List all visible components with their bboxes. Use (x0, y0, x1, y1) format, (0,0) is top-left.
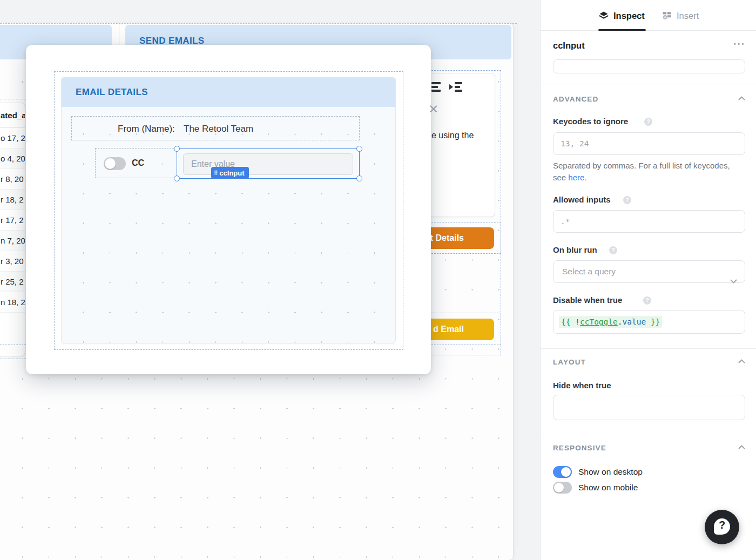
on-blur-query-select[interactable]: Select a query (553, 260, 745, 283)
collapse-advanced-icon[interactable] (738, 96, 745, 100)
cc-label: CC (132, 158, 144, 168)
more-options-icon[interactable]: ⋯ (733, 37, 745, 51)
question-mark: ? (714, 519, 730, 531)
indent-icon[interactable] (449, 81, 462, 93)
hide-when-true-input[interactable] (553, 395, 745, 420)
from-name-value[interactable]: The Retool Team (184, 124, 253, 134)
show-on-desktop-row: Show on desktop (553, 466, 643, 478)
email-details-header-band: EMAIL DETAILS (62, 77, 395, 107)
email-details-panel: EMAIL DETAILS From (Name): The Retool Te… (61, 77, 396, 343)
table-cell: r 3, 20 (1, 251, 24, 272)
table-row[interactable]: r 8, 20 (0, 169, 25, 190)
cc-toggle[interactable] (104, 157, 126, 170)
layers-icon (598, 10, 609, 21)
disable-when-true-label: Disable when true (553, 295, 622, 305)
inspector-panel: Inspect Insert ccInput ⋯ ADVANCED (540, 0, 756, 560)
tab-insert[interactable]: Insert (662, 10, 699, 21)
component-tag-label: ccInput (219, 169, 244, 177)
tab-inspect-label: Inspect (613, 11, 645, 21)
data-table[interactable]: ated_a o 17, 2 o 4, 20 r 8, 20 r 18, 2 r… (0, 103, 25, 356)
table-cell: r 18, 2 (1, 190, 24, 210)
section-advanced: ADVANCED (553, 95, 598, 103)
on-blur-help-icon[interactable]: ? (609, 246, 617, 254)
drag-handle-icon[interactable]: ⠿ (214, 170, 217, 176)
page-dashed-border-top (0, 23, 517, 24)
table-row[interactable]: n 7, 20 (0, 231, 25, 251)
table-row[interactable]: r 3, 20 (0, 251, 25, 272)
section-layout: LAYOUT (553, 358, 586, 366)
code-expression: {{ !ccToggle.value }} (559, 316, 662, 328)
show-on-desktop-label: Show on desktop (578, 467, 643, 477)
table-cell: o 17, 2 (1, 128, 25, 149)
allowed-inputs-input[interactable] (553, 210, 745, 233)
resize-handle-sw[interactable] (174, 176, 180, 181)
richtext-content-fragment: e using the (431, 131, 474, 140)
table-cell: r 8, 20 (1, 169, 24, 190)
component-name-heading: ccInput (553, 41, 585, 51)
select-placeholder: Select a query (562, 267, 616, 276)
from-name-row[interactable]: From (Name): The Retool Team (71, 116, 360, 140)
section-responsive: RESPONSIVE (553, 444, 606, 452)
helper-text-period: . (584, 173, 586, 182)
insert-component-icon (662, 10, 672, 21)
table-cell: n 7, 20 (1, 231, 25, 251)
help-bubble-icon: ? (714, 518, 730, 535)
table-cell: n 18, 2 (1, 292, 25, 313)
tab-insert-label: Insert (677, 11, 699, 21)
show-on-mobile-label: Show on mobile (578, 483, 638, 492)
table-header-created-at: ated_a (1, 103, 25, 128)
cc-toggle-container: CC (95, 148, 177, 178)
close-icon[interactable]: ✕ (428, 103, 438, 116)
section-divider (541, 348, 756, 349)
show-on-mobile-toggle[interactable] (553, 482, 572, 494)
show-on-mobile-row: Show on mobile (553, 482, 638, 494)
table-row[interactable]: o 4, 20 (0, 149, 25, 169)
help-button[interactable]: ? (705, 510, 739, 544)
keycodes-label: Keycodes to ignore (553, 117, 628, 126)
disable-when-true-code-input[interactable]: {{ !ccToggle.value }} (553, 310, 745, 334)
table-cell: r 25, 2 (1, 272, 24, 292)
active-tab-underline (598, 29, 646, 31)
keycodes-helper-text: Separated by commas. For a full list of … (553, 160, 731, 184)
keycodes-help-icon[interactable]: ? (644, 118, 652, 126)
show-on-desktop-toggle[interactable] (553, 466, 572, 478)
collapse-layout-icon[interactable] (738, 359, 745, 363)
collapse-responsive-icon[interactable] (738, 445, 745, 449)
tab-inspect[interactable]: Inspect (598, 10, 645, 21)
email-details-modal: ✕ EMAIL DETAILS From (Name): The Retool … (26, 45, 431, 374)
table-row[interactable]: r 18, 2 (0, 190, 25, 210)
table-row[interactable]: n 18, 2 (0, 292, 25, 313)
scrolled-partial-input[interactable] (553, 59, 745, 73)
table-row[interactable]: r 17, 2 (0, 210, 25, 231)
section-divider (541, 84, 756, 84)
allowed-inputs-label: Allowed inputs (553, 195, 611, 204)
resize-handle-nw[interactable] (174, 146, 180, 152)
table-header-row: ated_a (0, 103, 25, 128)
allowed-inputs-help-icon[interactable]: ? (623, 196, 631, 204)
keycodes-input[interactable] (553, 132, 745, 155)
table-selection-dashed-top (0, 99, 26, 99)
ccinput-selection-box[interactable] (177, 149, 360, 179)
chevron-down-icon (730, 270, 737, 292)
app-canvas: SEND EMAILS ated_a o 17, 2 o 4, 20 r 8, … (0, 0, 540, 560)
page-dashed-border-right (517, 23, 517, 548)
table-cell: o 4, 20 (1, 149, 25, 169)
hide-when-true-label: Hide when true (553, 381, 611, 390)
keycodes-docs-link[interactable]: here (568, 173, 584, 182)
left-container-dashed-bottom (0, 359, 26, 359)
retool-editor: SEND EMAILS ated_a o 17, 2 o 4, 20 r 8, … (0, 0, 756, 560)
ccinput-component-tag[interactable]: ⠿ ccInput (211, 167, 249, 179)
section-divider (541, 435, 756, 435)
table-cell: r 17, 2 (1, 210, 24, 231)
inspector-tabbar: Inspect Insert (541, 0, 756, 31)
email-details-title: EMAIL DETAILS (76, 87, 148, 98)
table-row[interactable]: r 25, 2 (0, 272, 25, 292)
container-divider-dashed (119, 24, 119, 45)
from-name-label: From (Name): (118, 124, 175, 134)
cc-input-field[interactable] (183, 153, 353, 175)
resize-handle-se[interactable] (356, 176, 362, 181)
on-blur-run-label: On blur run (553, 245, 597, 254)
table-row[interactable]: o 17, 2 (0, 128, 25, 149)
resize-handle-ne[interactable] (356, 146, 362, 152)
disable-help-icon[interactable]: ? (643, 296, 651, 305)
